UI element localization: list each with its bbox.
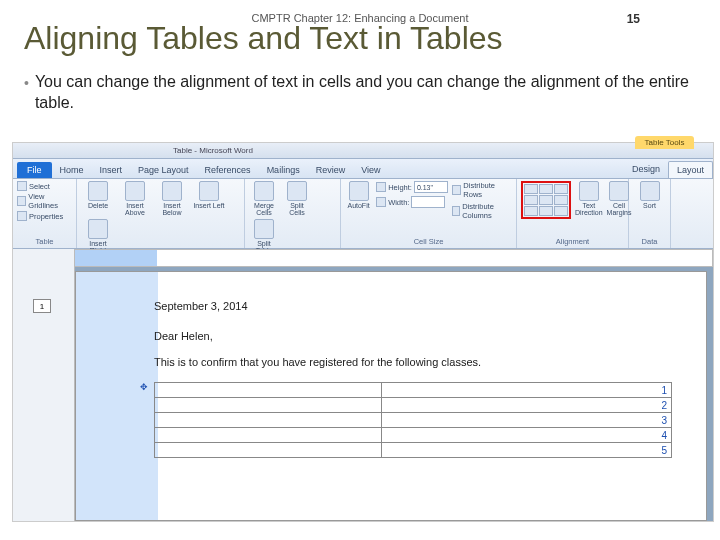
group-table-label: Table	[17, 236, 72, 248]
delete-icon	[88, 181, 108, 201]
page-indicator: 1	[33, 299, 51, 313]
window-title: Table - Microsoft Word	[173, 146, 253, 155]
align-mr-icon[interactable]	[554, 195, 568, 205]
height-input[interactable]: 0.13"	[414, 181, 448, 193]
bullet-dot: •	[24, 74, 29, 92]
bullet-text: You can change the alignment of text in …	[35, 72, 690, 114]
tab-design[interactable]: Design	[624, 161, 668, 178]
align-tl-icon[interactable]	[524, 184, 538, 194]
slide-title: Aligning Tables and Text in Tables	[24, 20, 503, 57]
merge-cells-button[interactable]: Merge Cells	[249, 181, 279, 216]
table-row: 5	[155, 443, 672, 458]
slide-number: 15	[627, 12, 640, 26]
selection-highlight	[76, 272, 158, 520]
doc-greeting[interactable]: Dear Helen,	[154, 330, 672, 342]
table-row: 2	[155, 398, 672, 413]
width-icon	[376, 197, 386, 207]
table-row: 1	[155, 383, 672, 398]
align-tr-icon[interactable]	[554, 184, 568, 194]
insert-above-button[interactable]: Insert Above	[118, 181, 152, 216]
distribute-cols-button[interactable]: Distribute Columns	[452, 202, 512, 220]
doc-body[interactable]: This is to confirm that you have registe…	[154, 356, 672, 368]
insert-above-icon	[125, 181, 145, 201]
contextual-tab-label: Table Tools	[635, 136, 695, 149]
alignment-grid[interactable]	[521, 181, 571, 219]
properties-button[interactable]: Properties	[17, 211, 72, 221]
dist-cols-icon	[452, 206, 460, 216]
align-br-icon[interactable]	[554, 206, 568, 216]
split-table-icon	[254, 219, 274, 239]
table-row: 4	[155, 428, 672, 443]
tab-file[interactable]: File	[17, 162, 52, 178]
group-data-label: Data	[633, 236, 666, 248]
align-tc-icon[interactable]	[539, 184, 553, 194]
insert-right-icon	[88, 219, 108, 239]
height-icon	[376, 182, 386, 192]
document-table[interactable]: 1 2 3 4 5	[154, 382, 672, 458]
bullet-item: • You can change the alignment of text i…	[24, 72, 690, 114]
insert-below-icon	[162, 181, 182, 201]
align-ml-icon[interactable]	[524, 195, 538, 205]
document-page[interactable]: September 3, 2014 Dear Helen, This is to…	[75, 271, 707, 521]
tab-view[interactable]: View	[353, 162, 388, 178]
merge-icon	[254, 181, 274, 201]
tab-references[interactable]: References	[197, 162, 259, 178]
gridlines-icon	[17, 196, 26, 206]
doc-date[interactable]: September 3, 2014	[154, 300, 672, 312]
insert-below-button[interactable]: Insert Below	[155, 181, 189, 216]
align-mc-icon[interactable]	[539, 195, 553, 205]
text-direction-icon	[579, 181, 599, 201]
text-direction-button[interactable]: Text Direction	[575, 181, 603, 216]
insert-left-icon	[199, 181, 219, 201]
split-icon	[287, 181, 307, 201]
delete-button[interactable]: Delete	[81, 181, 115, 209]
distribute-rows-button[interactable]: Distribute Rows	[452, 181, 512, 199]
tab-review[interactable]: Review	[308, 162, 354, 178]
select-button[interactable]: Select	[17, 181, 72, 191]
ribbon: Select View Gridlines Properties Table D…	[13, 179, 713, 249]
tab-mailings[interactable]: Mailings	[259, 162, 308, 178]
autofit-button[interactable]: AutoFit	[345, 181, 372, 209]
table-row: 3	[155, 413, 672, 428]
properties-icon	[17, 211, 27, 221]
select-icon	[17, 181, 27, 191]
insert-left-button[interactable]: Insert Left	[192, 181, 226, 209]
word-screenshot: Table - Microsoft Word File Home Insert …	[12, 142, 714, 522]
align-bl-icon[interactable]	[524, 206, 538, 216]
window-titlebar: Table - Microsoft Word	[13, 143, 713, 159]
align-bc-icon[interactable]	[539, 206, 553, 216]
tab-insert[interactable]: Insert	[92, 162, 131, 178]
autofit-icon	[349, 181, 369, 201]
split-cells-button[interactable]: Split Cells	[282, 181, 312, 216]
group-cellsize-label: Cell Size	[345, 236, 512, 248]
cell-margins-button[interactable]: Cell Margins	[607, 181, 632, 216]
cell-margins-icon	[609, 181, 629, 201]
sort-icon	[640, 181, 660, 201]
group-alignment-label: Alignment	[521, 236, 624, 248]
horizontal-ruler	[13, 249, 713, 267]
ribbon-tabstrip: File Home Insert Page Layout References …	[13, 159, 713, 179]
sort-button[interactable]: Sort	[633, 181, 666, 209]
tab-layout[interactable]: Layout	[668, 161, 713, 178]
tab-home[interactable]: Home	[52, 162, 92, 178]
dist-rows-icon	[452, 185, 461, 195]
width-input[interactable]	[411, 196, 445, 208]
tab-pagelayout[interactable]: Page Layout	[130, 162, 197, 178]
table-move-handle-icon[interactable]: ✥	[140, 382, 148, 392]
vertical-ruler: 1	[13, 267, 75, 521]
gridlines-button[interactable]: View Gridlines	[17, 192, 72, 210]
